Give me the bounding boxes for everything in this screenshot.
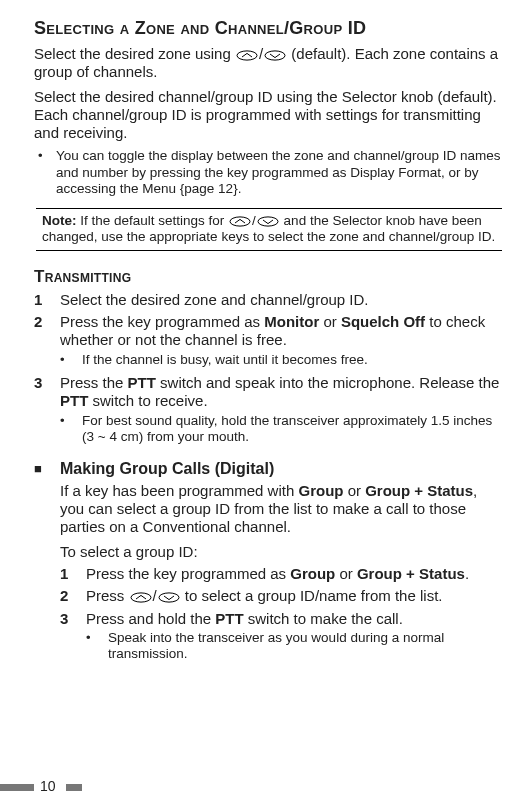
gstep-num-2: 2 (60, 587, 86, 605)
section-group-calls: ■ Making Group Calls (Digital) (34, 460, 504, 482)
sub-dot: • (60, 352, 82, 368)
gstep-num-1: 1 (60, 565, 86, 583)
step-num-2: 2 (34, 313, 60, 350)
step-3-text: Press the PTT switch and speak into the … (60, 374, 504, 411)
g1b: Group (290, 565, 335, 582)
heading-transmitting: Transmitting (34, 267, 504, 287)
g1a: Press the key programmed as (86, 565, 290, 582)
s3e: switch to receive. (88, 392, 207, 409)
page-number: 10 (40, 778, 56, 794)
svg-point-3 (258, 217, 278, 226)
g2a: Press (86, 587, 129, 604)
group-para-2: To select a group ID: (60, 543, 504, 561)
svg-point-5 (159, 593, 179, 602)
gpd: Group + Status (365, 482, 473, 499)
page-footer: 10 (0, 776, 526, 794)
group-step-1: 1 Press the key programmed as Group or G… (60, 565, 504, 583)
g2b: to select a group ID/name from the list. (181, 587, 443, 604)
step-3-sub-text: For best sound quality, hold the transce… (82, 413, 504, 446)
g1e: . (465, 565, 469, 582)
square-bullet-icon: ■ (34, 460, 60, 482)
para-select-zone: Select the desired zone using / (default… (34, 45, 504, 82)
step-num-1: 1 (34, 291, 60, 309)
bullet-dot: • (38, 148, 56, 197)
gpa: If a key has been programmed with (60, 482, 298, 499)
s3b: PTT (128, 374, 156, 391)
key-up-icon (130, 592, 152, 603)
note-box: Note: If the default settings for / and … (36, 208, 502, 251)
heading-selecting: Selecting a Zone and Channel/Group ID (34, 18, 504, 39)
g1d: Group + Status (357, 565, 465, 582)
s2b: Monitor (264, 313, 319, 330)
bullet-display-toggle: • You can toggle the display between the… (38, 148, 504, 197)
s3d: PTT (60, 392, 88, 409)
slash2: / (252, 213, 256, 228)
step-3: 3 Press the PTT switch and speak into th… (34, 374, 504, 411)
heading-group-calls: Making Group Calls (Digital) (60, 460, 504, 478)
gstep-3-text: Press and hold the PTT switch to make th… (86, 610, 403, 628)
footer-bar-right (66, 784, 82, 791)
step-1-text: Select the desired zone and channel/grou… (60, 291, 369, 309)
s2c: or (319, 313, 341, 330)
gpb: Group (298, 482, 343, 499)
para1a: Select the desired zone using (34, 45, 235, 62)
step-1: 1 Select the desired zone and channel/gr… (34, 291, 504, 309)
s3c: switch and speak into the microphone. Re… (156, 374, 500, 391)
gstep-1-text: Press the key programmed as Group or Gro… (86, 565, 469, 583)
g3b: PTT (215, 610, 243, 627)
note-label: Note: (42, 213, 77, 228)
key-up-icon (236, 50, 258, 61)
g3c: switch to make the call. (244, 610, 403, 627)
step-2-sub-text: If the channel is busy, wait until it be… (82, 352, 368, 368)
slash1: / (259, 45, 263, 62)
bullet-text: You can toggle the display between the z… (56, 148, 504, 197)
sub-dot: • (60, 413, 82, 446)
footer-bar-left (0, 784, 34, 791)
s3a: Press the (60, 374, 128, 391)
key-down-icon (257, 216, 279, 227)
group-step-3-sub-text: Speak into the transceiver as you would … (108, 630, 504, 663)
svg-point-0 (237, 50, 257, 59)
svg-point-2 (230, 217, 250, 226)
gstep-2-text: Press / to select a group ID/name from t… (86, 587, 442, 605)
step-2-text: Press the key programmed as Monitor or S… (60, 313, 504, 350)
key-down-icon (158, 592, 180, 603)
step-3-sub: • For best sound quality, hold the trans… (60, 413, 504, 446)
group-step-3: 3 Press and hold the PTT switch to make … (60, 610, 504, 628)
svg-point-1 (265, 50, 285, 59)
slash3: / (153, 587, 157, 604)
s2a: Press the key programmed as (60, 313, 264, 330)
sub-dot: • (86, 630, 108, 663)
s2d: Squelch Off (341, 313, 425, 330)
step-2-sub: • If the channel is busy, wait until it … (60, 352, 504, 368)
gstep-num-3: 3 (60, 610, 86, 628)
g1c: or (335, 565, 357, 582)
key-down-icon (264, 50, 286, 61)
step-2: 2 Press the key programmed as Monitor or… (34, 313, 504, 350)
gpc: or (343, 482, 365, 499)
g3a: Press and hold the (86, 610, 215, 627)
note-a: If the default settings for (77, 213, 229, 228)
group-step-3-sub: • Speak into the transceiver as you woul… (86, 630, 504, 663)
para-select-channel: Select the desired channel/group ID usin… (34, 88, 504, 143)
group-para: If a key has been programmed with Group … (60, 482, 504, 537)
group-step-2: 2 Press / to select a group ID/name from… (60, 587, 504, 605)
svg-point-4 (131, 593, 151, 602)
step-num-3: 3 (34, 374, 60, 411)
key-up-icon (229, 216, 251, 227)
